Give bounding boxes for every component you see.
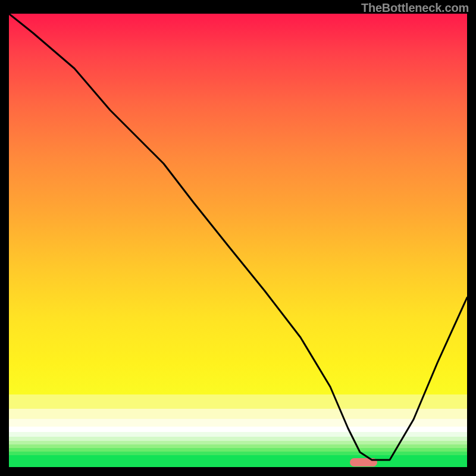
watermark-text: TheBottleneck.com xyxy=(361,1,469,15)
curve-line xyxy=(9,14,467,467)
chart-plot-area xyxy=(9,14,467,467)
